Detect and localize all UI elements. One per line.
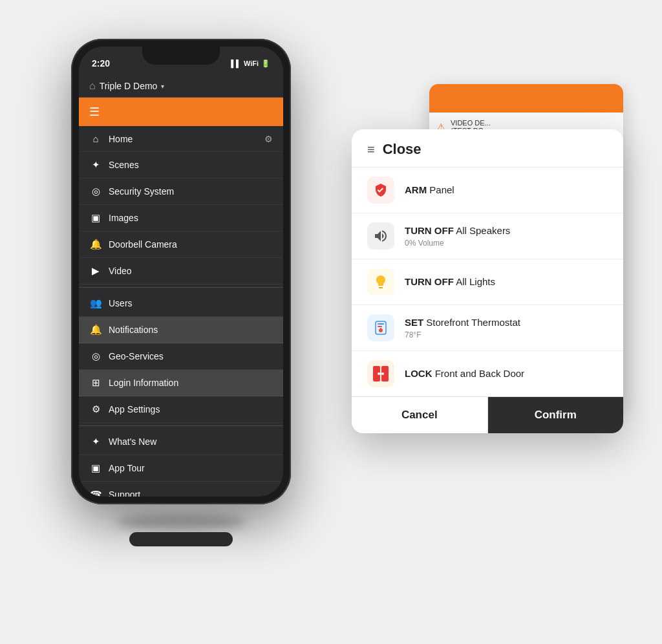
menu-item-support[interactable]: ☎ Support	[79, 482, 283, 497]
scene-list: ARM Panel TURN OFF All Speakers 0% Volum…	[352, 167, 623, 396]
lights-text: TURN OFF All Lights	[405, 275, 608, 288]
modal-header-icon: ≡	[367, 142, 375, 157]
phone-screen: 2:20 ▌▌ WiFi 🔋 ⌂ Triple D Demo ▾ ☰	[79, 47, 283, 497]
menu-item-video[interactable]: ▶ Video	[79, 258, 283, 284]
menu-label-support: Support	[109, 489, 140, 497]
support-icon: ☎	[89, 489, 102, 497]
menu-list: ⌂ Home ⚙ ✦ Scenes ◎ Security System ▣ Im…	[79, 126, 283, 497]
phone-device: 2:20 ▌▌ WiFi 🔋 ⌂ Triple D Demo ▾ ☰	[71, 39, 291, 504]
home-menu-icon: ⌂	[89, 133, 102, 144]
svg-rect-1	[378, 323, 384, 325]
users-icon: 👥	[89, 297, 102, 309]
lightbulb-icon	[373, 274, 389, 290]
thermostat-icon	[373, 320, 389, 336]
arm-panel-title: ARM Panel	[405, 184, 454, 195]
menu-label-app-tour: App Tour	[109, 463, 145, 473]
menu-item-images[interactable]: ▣ Images	[79, 205, 283, 231]
speaker-icon	[373, 228, 389, 244]
menu-label-whats-new: What's New	[109, 436, 156, 447]
menu-item-notifications[interactable]: 🔔 Notifications	[79, 317, 283, 343]
status-time: 2:20	[92, 58, 110, 69]
menu-item-app-tour[interactable]: ▣ App Tour	[79, 455, 283, 482]
menu-item-app-settings[interactable]: ⚙ App Settings	[79, 396, 283, 423]
phone-header: ⌂ Triple D Demo ▾	[79, 75, 283, 98]
app-tour-icon: ▣	[89, 462, 102, 474]
hamburger-icon[interactable]: ☰	[89, 105, 100, 119]
app-settings-icon: ⚙	[89, 403, 102, 415]
menu-label-app-settings: App Settings	[109, 404, 160, 414]
scene-thermostat: SET Storefront Thermostat 78°F	[352, 305, 623, 351]
home-icon: ⌂	[89, 80, 96, 92]
phone-frame: 2:20 ▌▌ WiFi 🔋 ⌂ Triple D Demo ▾ ☰	[71, 39, 291, 504]
confirm-button[interactable]: Confirm	[488, 397, 624, 433]
lights-title: TURN OFF All Lights	[405, 276, 495, 287]
doorbell-icon: 🔔	[89, 239, 102, 250]
gear-icon[interactable]: ⚙	[264, 134, 273, 144]
lock-title: LOCK Front and Back Door	[405, 368, 524, 379]
menu-label-scenes: Scenes	[109, 160, 139, 170]
svg-rect-2	[378, 326, 382, 327]
thermostat-text: SET Storefront Thermostat 78°F	[405, 316, 608, 339]
scene-confirm-modal: ≡ Close ARM Panel	[352, 129, 623, 433]
status-icons: ▌▌ WiFi 🔋	[231, 59, 270, 68]
notifications-icon: 🔔	[89, 324, 102, 336]
chevron-down-icon: ▾	[161, 83, 164, 90]
phone-notch	[142, 47, 220, 65]
scene-lights: TURN OFF All Lights	[352, 259, 623, 305]
speakers-title: TURN OFF All Speakers	[405, 225, 510, 236]
scenes-icon: ✦	[89, 159, 102, 171]
menu-label-images: Images	[109, 213, 138, 223]
whats-new-icon: ✦	[89, 436, 102, 447]
lock-text: LOCK Front and Back Door	[405, 367, 608, 380]
lock-icon-wrap	[367, 360, 394, 387]
menu-item-geo[interactable]: ◎ Geo-Services	[79, 343, 283, 370]
login-icon: ⊞	[89, 377, 102, 389]
menu-item-doorbell[interactable]: 🔔 Doorbell Camera	[79, 231, 283, 258]
door-lock-icon	[372, 365, 390, 383]
arm-panel-text: ARM Panel	[405, 184, 608, 197]
scene-speakers: TURN OFF All Speakers 0% Volume	[352, 213, 623, 259]
menu-label-users: Users	[109, 298, 133, 308]
menu-divider-1	[79, 287, 283, 288]
scene-lock: LOCK Front and Back Door	[352, 351, 623, 396]
lights-icon-wrap	[367, 268, 394, 295]
menu-item-login[interactable]: ⊞ Login Information	[79, 370, 283, 396]
menu-item-home[interactable]: ⌂ Home ⚙	[79, 126, 283, 152]
menu-label-video: Video	[109, 266, 132, 276]
thermostat-title: SET Storefront Thermostat	[405, 317, 520, 328]
phone-stand	[129, 532, 233, 546]
bg-orange-bar	[429, 84, 623, 113]
images-icon: ▣	[89, 212, 102, 224]
video-icon: ▶	[89, 265, 102, 277]
menu-item-whats-new[interactable]: ✦ What's New	[79, 429, 283, 455]
cancel-button[interactable]: Cancel	[352, 397, 488, 433]
scene-arm-panel: ARM Panel	[352, 167, 623, 213]
phone-shadow	[116, 514, 246, 530]
account-selector[interactable]: ⌂ Triple D Demo ▾	[89, 80, 164, 92]
modal-footer: Cancel Confirm	[352, 396, 623, 433]
menu-label-notifications: Notifications	[109, 325, 158, 335]
shield-icon	[373, 182, 389, 198]
speakers-text: TURN OFF All Speakers 0% Volume	[405, 224, 608, 248]
geo-icon: ◎	[89, 350, 102, 362]
modal-title: Close	[383, 141, 422, 158]
security-icon: ◎	[89, 186, 102, 197]
speakers-icon-wrap	[367, 222, 394, 250]
thermostat-icon-wrap	[367, 314, 394, 341]
orange-top-bar: ☰	[79, 98, 283, 126]
thermostat-subtitle: 78°F	[405, 330, 608, 339]
menu-label-home: Home	[109, 134, 133, 144]
menu-item-scenes[interactable]: ✦ Scenes	[79, 152, 283, 178]
speakers-subtitle: 0% Volume	[405, 239, 608, 248]
account-name: Triple D Demo	[100, 81, 158, 91]
menu-item-security[interactable]: ◎ Security System	[79, 178, 283, 205]
menu-label-login: Login Information	[109, 378, 178, 388]
menu-item-users[interactable]: 👥 Users	[79, 290, 283, 317]
menu-divider-2	[79, 425, 283, 426]
arm-icon-wrap	[367, 177, 394, 204]
menu-label-geo: Geo-Services	[109, 351, 164, 361]
modal-header: ≡ Close	[352, 129, 623, 167]
menu-label-doorbell: Doorbell Camera	[109, 239, 177, 250]
menu-label-security: Security System	[109, 186, 174, 197]
